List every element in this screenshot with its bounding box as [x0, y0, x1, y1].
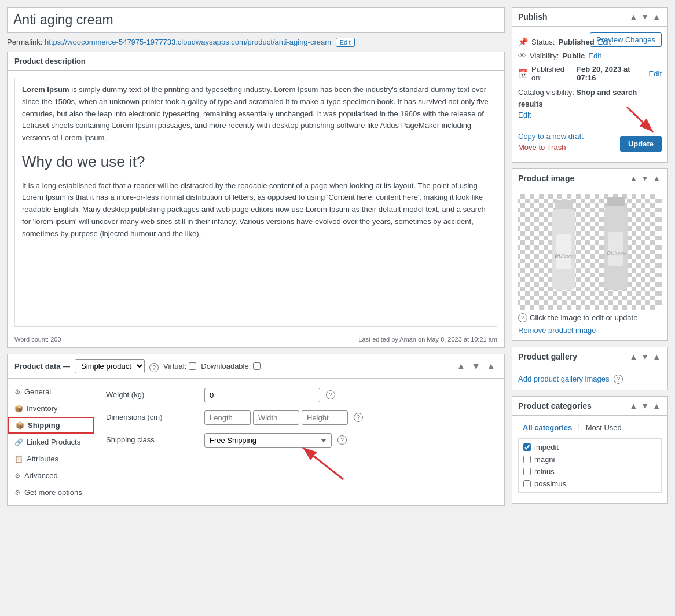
cat-label-possimus: possimus [534, 479, 566, 488]
tab-get-more[interactable]: ⚙ Get more options [8, 484, 94, 501]
product-data-collapse-up[interactable]: ▲ [454, 361, 467, 372]
tab-attributes[interactable]: 📋 Attributes [8, 450, 94, 467]
tab-shipping[interactable]: 📦 Shipping [8, 417, 94, 434]
product-data-body: ⚙ General 📦 Inventory 📦 Shipping 🔗 Linke… [8, 379, 504, 505]
svg-rect-6 [555, 200, 573, 209]
update-button[interactable]: Update [620, 136, 662, 152]
product-image-up-btn[interactable]: ▲ [628, 174, 639, 183]
weight-label: Weight (kg) [106, 388, 199, 399]
product-data-tabs: ⚙ General 📦 Inventory 📦 Shipping 🔗 Linke… [8, 379, 94, 505]
gallery-close-btn[interactable]: ▲ [651, 352, 662, 361]
product-image-close-btn[interactable]: ▲ [651, 174, 662, 183]
width-input[interactable] [253, 410, 299, 425]
last-edited: Last edited by Aman on May 8, 2023 at 10… [358, 336, 497, 343]
product-gallery-controls: ▲ ▼ ▲ [628, 352, 662, 361]
product-type-select[interactable]: Simple product [75, 359, 145, 373]
move-trash-link[interactable]: Move to Trash [518, 143, 584, 152]
shipping-icon: 📦 [16, 421, 24, 430]
cat-checkbox-magni[interactable] [523, 456, 531, 463]
cat-checkbox-impedit[interactable] [523, 443, 531, 451]
tab-linked-label: Linked Products [27, 438, 80, 446]
svg-rect-10 [607, 197, 625, 206]
product-title-input[interactable] [13, 12, 498, 28]
copy-draft-link[interactable]: Copy to a new draft [518, 132, 584, 141]
cat-label-impedit: impedit [534, 443, 559, 452]
product-data-collapse-down[interactable]: ▼ [469, 361, 482, 372]
downloadable-checkbox[interactable] [253, 362, 261, 370]
product-image-title: Product image [518, 174, 574, 183]
cat-checkbox-possimus[interactable] [523, 480, 531, 487]
permalink-label: Permalink: [7, 38, 42, 46]
visibility-edit-link[interactable]: Edit [588, 52, 601, 60]
published-label: Published on: [531, 65, 573, 82]
permalink-link[interactable]: https://woocommerce-547975-1977733.cloud… [45, 38, 331, 46]
shipping-class-row: Shipping class Free Shipping No shipping… [106, 433, 493, 448]
product-image-svg: ✿Utopia ✿Utopia [520, 194, 659, 310]
shipping-red-arrow [297, 442, 355, 482]
lorem-bold: Lorem Ipsum [22, 85, 69, 94]
svg-rect-5 [520, 194, 659, 310]
publish-up-btn[interactable]: ▲ [628, 12, 639, 21]
categories-down-btn[interactable]: ▼ [640, 401, 650, 410]
tab-all-categories[interactable]: All categories [518, 421, 577, 434]
cat-checkbox-minus[interactable] [523, 468, 531, 475]
list-item: impedit [521, 441, 659, 453]
product-description-panel: Product description Lorem Ipsum is simpl… [7, 52, 505, 348]
shipping-class-help-icon[interactable]: ? [338, 435, 347, 445]
tab-linked-products[interactable]: 🔗 Linked Products [8, 434, 94, 450]
publish-panel: Publish ▲ ▼ ▲ Preview Changes 📌 Status: … [512, 7, 668, 163]
product-data-header: Product data — Simple product ? Virtual:… [8, 354, 504, 379]
svg-text:✿Utopia: ✿Utopia [606, 250, 626, 256]
weight-input[interactable] [204, 388, 320, 402]
tab-shipping-label: Shipping [28, 421, 60, 430]
remove-product-image-link[interactable]: Remove product image [518, 326, 596, 335]
virtual-checkbox[interactable] [189, 362, 196, 370]
gallery-help-icon[interactable]: ? [614, 375, 623, 384]
product-data-close[interactable]: ▲ [485, 361, 497, 372]
dimensions-help-icon[interactable]: ? [354, 413, 363, 422]
published-row: 📅 Published on: Feb 20, 2023 at 07:16 Ed… [518, 65, 662, 82]
product-image-down-btn[interactable]: ▼ [640, 174, 650, 183]
product-gallery-body: Add product gallery images ? [512, 366, 667, 390]
product-gallery-title: Product gallery [518, 352, 577, 361]
shipping-class-select[interactable]: Free Shipping No shipping class Standard [204, 433, 332, 448]
product-data-label: Product data — [14, 362, 70, 371]
add-gallery-images-link[interactable]: Add product gallery images [518, 375, 610, 383]
pub-links: Copy to a new draft Move to Trash [518, 132, 584, 152]
svg-rect-8 [556, 234, 571, 269]
publish-close-btn[interactable]: ▲ [651, 12, 662, 21]
status-icon: 📌 [518, 37, 528, 46]
publish-title: Publish [518, 12, 548, 21]
visibility-row: 👁 Visibility: Public Edit [518, 51, 662, 60]
permalink-bar: Permalink: https://woocommerce-547975-19… [7, 38, 505, 47]
gallery-up-btn[interactable]: ▲ [628, 352, 639, 361]
description-editor[interactable]: Lorem Ipsum is simply dummy text of the … [14, 78, 497, 327]
tab-advanced[interactable]: ⚙ Advanced [8, 467, 94, 484]
product-type-help-icon[interactable]: ? [149, 363, 159, 372]
gallery-down-btn[interactable]: ▼ [640, 352, 650, 361]
product-image-area[interactable]: ✿Utopia ✿Utopia [518, 194, 662, 310]
tab-general[interactable]: ⚙ General [8, 383, 94, 400]
visibility-value: Public [562, 52, 585, 60]
publish-down-btn[interactable]: ▼ [640, 12, 650, 21]
product-categories-panel: Product categories ▲ ▼ ▲ All categories … [512, 396, 668, 504]
product-description-header: Product description [8, 52, 504, 71]
publish-panel-body: Preview Changes 📌 Status: Published Edit… [512, 27, 667, 162]
length-input[interactable] [204, 410, 251, 425]
cat-label-minus: minus [534, 467, 555, 476]
published-edit-link[interactable]: Edit [649, 69, 662, 78]
catalog-edit-link[interactable]: Edit [518, 111, 531, 119]
catalog-label: Catalog visibility: [518, 88, 574, 97]
status-edit-link[interactable]: Edit [598, 38, 611, 46]
tab-inventory[interactable]: 📦 Inventory [8, 400, 94, 417]
shipping-class-label: Shipping class [106, 433, 199, 444]
list-item: minus [521, 465, 659, 478]
weight-help-icon[interactable]: ? [326, 390, 335, 399]
categories-close-btn[interactable]: ▲ [651, 401, 662, 410]
get-more-icon: ⚙ [14, 489, 21, 497]
tab-most-used[interactable]: Most Used [581, 421, 626, 434]
height-input[interactable] [302, 410, 348, 425]
permalink-edit-button[interactable]: Edit [336, 38, 355, 47]
categories-up-btn[interactable]: ▲ [628, 401, 639, 410]
product-image-header: Product image ▲ ▼ ▲ [512, 169, 667, 188]
